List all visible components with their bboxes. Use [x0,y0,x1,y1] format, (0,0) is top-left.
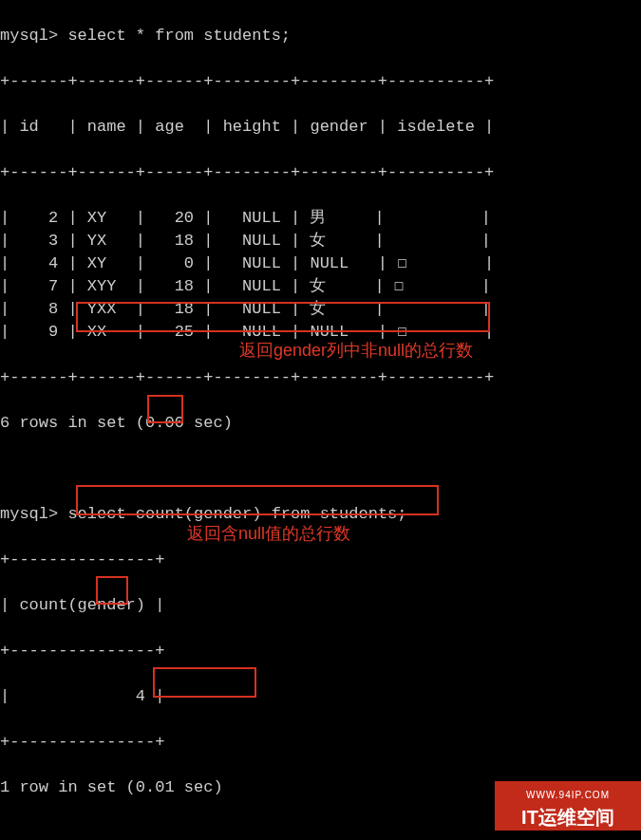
result-footer: 6 rows in set (0.00 sec) [0,412,641,435]
table-border: +------+------+------+--------+--------+… [0,161,641,184]
table-border: +---------------+ [0,640,641,663]
query-line-2: mysql> select count(gender) from student… [0,503,641,526]
watermark-site: IT运维空间 [495,807,641,828]
watermark-url: WWW.94IP.COM [495,784,641,807]
watermark-94ip: WWW.94IP.COM IT运维空间 [495,781,641,831]
prompt: mysql> [0,505,58,523]
sql-query-2: select count(gender) from students; [67,505,406,523]
table-header: | id | name | age | height | gender | is… [0,116,641,139]
table-border: +---------------+ [0,731,641,754]
table-rows: | 2 | XY | 20 | NULL | 男 | | | 3 | YX | … [0,207,641,344]
prompt: mysql> [0,27,58,45]
blank-line [0,457,641,480]
value-row: | 4 | [0,685,641,708]
sql-query-1: select * from students; [67,27,291,45]
terminal-output: mysql> select * from students; +------+-… [0,0,641,840]
query-line-1: mysql> select * from students; [0,25,641,47]
table-border: +------+------+------+--------+--------+… [0,366,641,389]
table-border: +------+------+------+--------+--------+… [0,70,641,93]
table-header: | count(gender) | [0,594,641,617]
table-border: +---------------+ [0,549,641,571]
